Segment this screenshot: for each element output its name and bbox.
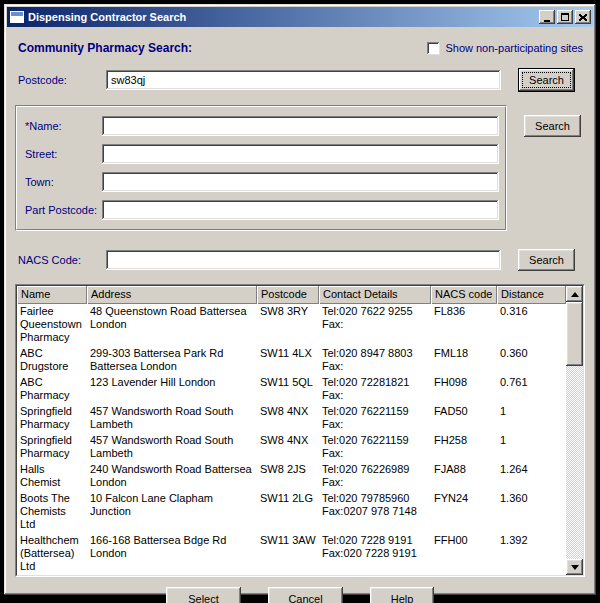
cell-fax: Fax:0207 978 7148	[322, 505, 428, 518]
page-title: Community Pharmacy Search:	[18, 41, 192, 55]
dialog-content: Community Pharmacy Search: Show non-part…	[4, 30, 596, 603]
minimize-icon	[544, 20, 550, 22]
scroll-down-icon	[571, 565, 579, 570]
cell-address: 240 Wandsworth Road Battersea London	[87, 462, 257, 491]
cell-contact: Tel:020 72281821 Fax:	[319, 375, 431, 404]
cell-fax: Fax:	[322, 476, 428, 489]
cell-nacs: FJA88	[431, 462, 497, 491]
maximize-icon	[561, 13, 569, 21]
scroll-down-button[interactable]	[566, 559, 583, 575]
cell-tel: Tel:020 8947 8803	[322, 347, 428, 360]
cell-postcode: SW11 4LX	[257, 346, 319, 375]
scrollbar-thumb[interactable]	[566, 302, 583, 366]
cell-name: Fairlee Queenstown Pharmacy	[17, 304, 87, 346]
cell-postcode: SW8 3RY	[257, 304, 319, 346]
table-row[interactable]: Boots The Chemists Ltd 10 Falcon Lane Cl…	[17, 491, 566, 533]
cell-contact: Tel:020 76221159 Fax:	[319, 433, 431, 462]
cell-nacs: FYN24	[431, 491, 497, 533]
cell-contact: Tel:020 7622 9255 Fax:	[319, 304, 431, 346]
show-nonparticipating-row: Show non-participating sites	[427, 42, 583, 55]
scrollbar-track[interactable]	[566, 366, 583, 559]
table-row[interactable]: ABC Drugstore 299-303 Battersea Park Rd …	[17, 346, 566, 375]
scroll-up-button[interactable]	[566, 286, 583, 302]
nacs-search-button[interactable]: Search	[518, 249, 575, 271]
cell-nacs: FH098	[431, 375, 497, 404]
nacs-code-input[interactable]	[106, 250, 501, 270]
cell-name: Springfield Pharmacy	[17, 404, 87, 433]
cell-address: 299-303 Battersea Park Rd Battersea Lond…	[87, 346, 257, 375]
help-button[interactable]: Help	[370, 587, 434, 603]
vertical-scrollbar[interactable]	[566, 286, 583, 575]
cell-distance: 0.761	[497, 375, 566, 404]
close-button[interactable]	[575, 10, 591, 24]
cell-nacs: FFH00	[431, 533, 497, 575]
minimize-button[interactable]	[539, 10, 555, 24]
cell-address: 457 Wandsworth Road South Lambeth	[87, 433, 257, 462]
cell-tel: Tel:020 79785960	[322, 492, 428, 505]
postcode-search-button[interactable]: Search	[518, 68, 575, 92]
cell-distance: 1.264	[497, 462, 566, 491]
cell-address: 48 Queenstown Road Battersea London	[87, 304, 257, 346]
part-postcode-label: Part Postcode:	[25, 204, 102, 216]
cell-contact: Tel:020 7228 9191 Fax:020 7228 9191	[319, 533, 431, 575]
table-row[interactable]: Fairlee Queenstown Pharmacy 48 Queenstow…	[17, 304, 566, 346]
town-label: Town:	[25, 176, 102, 188]
cell-name: Halls Chemist	[17, 462, 87, 491]
cell-distance: 1	[497, 433, 566, 462]
cell-contact: Tel:020 76221159 Fax:	[319, 404, 431, 433]
dialog-window: Dispensing Contractor Search Community P…	[4, 4, 596, 595]
cell-name: Boots The Chemists Ltd	[17, 491, 87, 533]
column-header-distance[interactable]: Distance	[497, 286, 566, 304]
name-search-button[interactable]: Search	[524, 115, 581, 137]
title-bar[interactable]: Dispensing Contractor Search	[7, 7, 593, 27]
cell-tel: Tel:020 7228 9191	[322, 534, 428, 547]
cell-postcode: SW11 3AW	[257, 533, 319, 575]
cell-name: ABC Drugstore	[17, 346, 87, 375]
maximize-button[interactable]	[557, 10, 573, 24]
cell-tel: Tel:020 76221159	[322, 405, 428, 418]
cell-fax: Fax:020 7228 9191	[322, 547, 428, 560]
cell-address: 123 Lavender Hill London	[87, 375, 257, 404]
cell-contact: Tel:020 8947 8803 Fax:	[319, 346, 431, 375]
select-button[interactable]: Select	[166, 587, 241, 603]
cell-tel: Tel:020 76221159	[322, 434, 428, 447]
part-postcode-input[interactable]	[102, 200, 499, 220]
table-row[interactable]: Healthchem (Battersea) Ltd 166-168 Batte…	[17, 533, 566, 575]
cell-nacs: FAD50	[431, 404, 497, 433]
table-row[interactable]: Springfield Pharmacy 457 Wandsworth Road…	[17, 433, 566, 462]
cell-distance: 1.392	[497, 533, 566, 575]
postcode-input[interactable]	[106, 70, 501, 90]
cell-postcode: SW8 2JS	[257, 462, 319, 491]
cancel-button[interactable]: Cancel	[268, 587, 343, 603]
column-header-name[interactable]: Name	[17, 286, 87, 304]
street-input[interactable]	[102, 144, 499, 164]
town-input[interactable]	[102, 172, 499, 192]
table-row[interactable]: ABC Pharmacy 123 Lavender Hill London SW…	[17, 375, 566, 404]
cell-postcode: SW8 4NX	[257, 404, 319, 433]
cell-distance: 0.360	[497, 346, 566, 375]
postcode-label: Postcode:	[15, 74, 106, 86]
column-header-postcode[interactable]: Postcode	[257, 286, 319, 304]
show-nonparticipating-label: Show non-participating sites	[445, 42, 583, 54]
column-header-nacs[interactable]: NACS code	[431, 286, 497, 304]
cell-fax: Fax:	[322, 389, 428, 402]
table-row[interactable]: Halls Chemist 240 Wandsworth Road Batter…	[17, 462, 566, 491]
cell-fax: Fax:	[322, 360, 428, 373]
cell-nacs: FL836	[431, 304, 497, 346]
show-nonparticipating-checkbox[interactable]	[427, 42, 440, 55]
street-label: Street:	[25, 148, 102, 160]
cell-nacs: FH258	[431, 433, 497, 462]
column-header-address[interactable]: Address	[87, 286, 257, 304]
cell-postcode: SW11 2LG	[257, 491, 319, 533]
cell-address: 166-168 Battersea Bdge Rd London	[87, 533, 257, 575]
cell-address: 457 Wandsworth Road South Lambeth	[87, 404, 257, 433]
cell-fax: Fax:	[322, 447, 428, 460]
cell-nacs: FML18	[431, 346, 497, 375]
window-title: Dispensing Contractor Search	[28, 11, 539, 23]
cell-address: 10 Falcon Lane Clapham Junction	[87, 491, 257, 533]
cell-postcode: SW8 4NX	[257, 433, 319, 462]
column-header-contact[interactable]: Contact Details	[319, 286, 431, 304]
table-row[interactable]: Springfield Pharmacy 457 Wandsworth Road…	[17, 404, 566, 433]
name-input[interactable]	[102, 116, 499, 136]
cell-tel: Tel:020 7622 9255	[322, 305, 428, 318]
